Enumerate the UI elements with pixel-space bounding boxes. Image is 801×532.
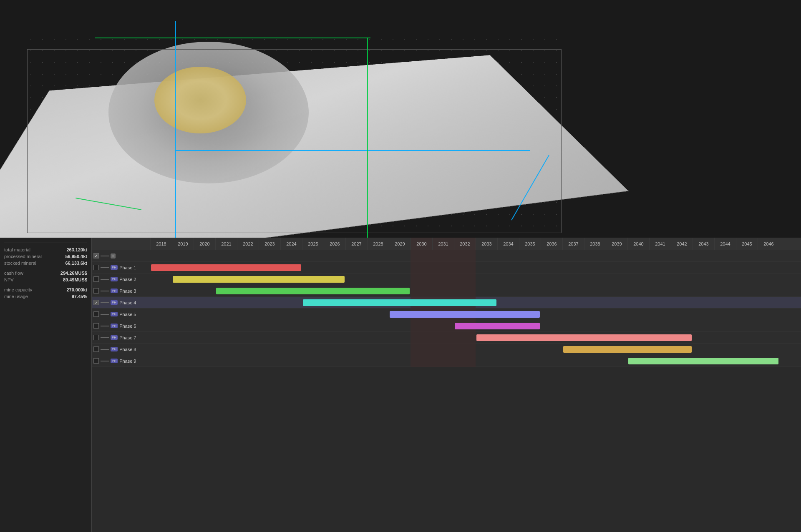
year-header-2036: 2036 xyxy=(541,238,562,250)
phase-connector-6 xyxy=(101,326,109,326)
phase-row-1[interactable]: PHPhase 1 xyxy=(92,262,801,274)
phase-checkbox-9[interactable] xyxy=(93,358,99,364)
scene-box-left xyxy=(27,49,28,233)
axis-blue-vertical xyxy=(175,21,176,238)
year-header-2034: 2034 xyxy=(497,238,519,250)
year-header-2021: 2021 xyxy=(215,238,237,250)
phase-name-1: Phase 1 xyxy=(119,265,136,270)
phase-name-2: Phase 2 xyxy=(119,277,136,282)
phase-badge-7: PH xyxy=(111,335,118,340)
phase-label-area-1: PHPhase 1 xyxy=(92,265,150,270)
phase-checkbox-5[interactable] xyxy=(93,311,99,317)
axis-green-horizontal xyxy=(95,38,370,38)
year-header-2046: 2046 xyxy=(758,238,779,250)
phase-bar-7[interactable] xyxy=(476,334,692,341)
phase-label-area-8: PHPhase 8 xyxy=(92,346,150,352)
phase-bar-4[interactable] xyxy=(303,299,496,306)
info-separator xyxy=(4,284,87,287)
phase-bar-6[interactable] xyxy=(455,323,540,329)
phase-row-6[interactable]: PHPhase 6 xyxy=(92,320,801,332)
phase-checkbox-1[interactable] xyxy=(93,265,99,270)
info-panel-title xyxy=(4,241,87,243)
phase-label-area-6: PHPhase 6 xyxy=(92,323,150,329)
info-row: mine usage 97.45% xyxy=(4,294,87,299)
phase-row-2[interactable]: PHPhase 2 xyxy=(92,274,801,285)
phase-bar-5[interactable] xyxy=(390,311,540,318)
phase-badge-1: PH xyxy=(111,265,118,270)
phase-checkbox-6[interactable] xyxy=(93,323,99,329)
gantt-panel[interactable]: 2018201920202021202220232024202520262027… xyxy=(92,238,801,532)
info-rows-container: total material 263,120ktprocessed minera… xyxy=(4,247,87,299)
phase-row-8[interactable]: PHPhase 8 xyxy=(92,344,801,355)
year-header-2026: 2026 xyxy=(324,238,345,250)
phase-connector-1 xyxy=(101,267,109,268)
phase-badge-4: PH xyxy=(111,300,118,305)
year-header-2038: 2038 xyxy=(584,238,606,250)
topo-checkbox[interactable]: ✓ xyxy=(93,253,99,258)
info-row: cash flow 294.26MUS$ xyxy=(4,271,87,276)
phase-connector-4 xyxy=(101,302,109,303)
year-header-2025: 2025 xyxy=(302,238,324,250)
year-header-2031: 2031 xyxy=(432,238,454,250)
year-header-2045: 2045 xyxy=(736,238,758,250)
phase-name-4: Phase 4 xyxy=(119,300,136,305)
phase-label-area-3: PHPhase 3 xyxy=(92,288,150,294)
year-header-2029: 2029 xyxy=(389,238,411,250)
year-header-2027: 2027 xyxy=(345,238,367,250)
phase-row-5[interactable]: PHPhase 5 xyxy=(92,309,801,320)
phase-bar-3[interactable] xyxy=(216,288,410,294)
info-value: 263,120kt xyxy=(66,247,87,252)
row-highlight-9 xyxy=(411,355,476,367)
scene-box-bottom xyxy=(27,233,561,233)
bottom-panel: total material 263,120ktprocessed minera… xyxy=(0,238,801,532)
year-header-2019: 2019 xyxy=(172,238,194,250)
phase-row-9[interactable]: PHPhase 9 xyxy=(92,355,801,367)
phase-checkbox-3[interactable] xyxy=(93,288,99,294)
info-separator xyxy=(4,267,87,271)
phase-bars-area-9 xyxy=(150,355,801,367)
year-header-2018: 2018 xyxy=(150,238,172,250)
phase-checkbox-4[interactable]: ✓ xyxy=(93,300,99,305)
phase-badge-6: PH xyxy=(111,324,118,328)
phase-label-area-2: PHPhase 2 xyxy=(92,276,150,282)
phase-name-8: Phase 8 xyxy=(119,347,136,352)
scene-box-right xyxy=(561,49,562,233)
info-value: 294.26MUS$ xyxy=(60,271,87,276)
phase-bar-9[interactable] xyxy=(628,358,778,364)
gantt-header: 2018201920202021202220232024202520262027… xyxy=(92,238,801,250)
phase-rows-container: PHPhase 1PHPhase 2PHPhase 3✓PHPhase 4PHP… xyxy=(92,262,801,367)
phase-name-6: Phase 6 xyxy=(119,324,136,329)
phase-checkbox-8[interactable] xyxy=(93,346,99,352)
phase-checkbox-2[interactable] xyxy=(93,276,99,282)
year-header-2041: 2041 xyxy=(649,238,671,250)
phase-name-5: Phase 5 xyxy=(119,312,136,317)
phase-row-7[interactable]: PHPhase 7 xyxy=(92,332,801,344)
phase-badge-9: PH xyxy=(111,359,118,363)
phase-bar-2[interactable] xyxy=(173,276,345,283)
row-highlight-1 xyxy=(411,262,476,274)
phase-badge-5: PH xyxy=(111,312,118,316)
info-label: total material xyxy=(4,247,30,252)
phase-name-3: Phase 3 xyxy=(119,289,136,294)
phase-bar-8[interactable] xyxy=(563,346,692,353)
pit-inner-ore xyxy=(154,67,246,133)
year-header-2022: 2022 xyxy=(237,238,259,250)
phase-checkbox-7[interactable] xyxy=(93,335,99,340)
phase-connector-7 xyxy=(101,337,109,338)
phase-connector-2 xyxy=(101,279,109,280)
3d-viewport[interactable] xyxy=(0,0,801,238)
year-header-2032: 2032 xyxy=(454,238,476,250)
phase-bar-1[interactable] xyxy=(151,264,301,271)
year-header-2020: 2020 xyxy=(194,238,215,250)
phase-bars-area-6 xyxy=(150,320,801,332)
scene-box-top xyxy=(27,49,561,50)
phase-bars-area-8 xyxy=(150,344,801,355)
info-value: 89.49MUS$ xyxy=(63,277,87,282)
info-row: total material 263,120kt xyxy=(4,247,87,252)
year-header-2023: 2023 xyxy=(259,238,280,250)
phase-row-3[interactable]: PHPhase 3 xyxy=(92,285,801,297)
row-highlight-2 xyxy=(411,274,476,285)
phase-row-4[interactable]: ✓PHPhase 4 xyxy=(92,297,801,309)
phase-label-area-9: PHPhase 9 xyxy=(92,358,150,364)
phase-name-9: Phase 9 xyxy=(119,359,136,364)
